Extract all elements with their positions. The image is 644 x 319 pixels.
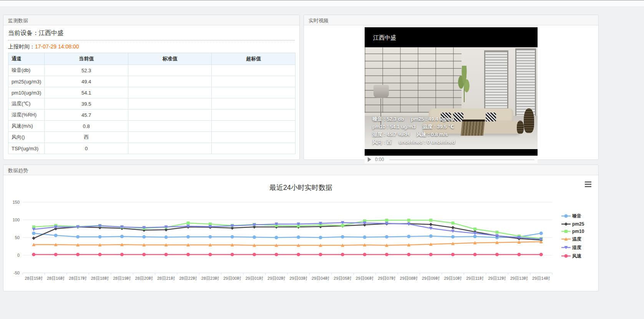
cell-value [128, 65, 212, 76]
svg-text:28日19时: 28日19时 [113, 276, 131, 281]
svg-text:28日17时: 28日17时 [69, 276, 86, 281]
chart-menu-icon[interactable] [585, 181, 591, 188]
legend-marker-icon [561, 254, 571, 258]
svg-text:29日08时: 29日08时 [400, 276, 418, 281]
cell-value: 45.7 [45, 110, 128, 121]
cell-value: 49.4 [45, 76, 128, 87]
table-row: pm25(ug/m3)49.4 [8, 76, 295, 87]
cell-value [128, 132, 212, 143]
legend-label: pm10 [572, 229, 584, 234]
cell-channel: 湿度(%RH) [8, 110, 45, 121]
video-panel-title: 实时视频 [304, 15, 598, 25]
cell-value [212, 132, 295, 143]
video-controls: 0:00 [365, 156, 538, 163]
table-row: 风向()西 [8, 132, 295, 143]
cell-value: 52.3 [45, 65, 128, 76]
current-device-label: 当前设备：江西中盛 [8, 29, 295, 40]
legend-marker-icon [561, 222, 571, 226]
cell-value [212, 87, 295, 98]
vase [517, 121, 524, 134]
table-row: TSP(ug/m3)0 [8, 143, 295, 154]
legend-marker-icon [561, 214, 571, 218]
table-row: 温度(℃)39.5 [8, 98, 295, 110]
svg-text:29日03时: 29日03时 [289, 276, 307, 281]
window-blinds [484, 50, 508, 118]
monitor-panel-title: 监测数据 [3, 15, 299, 25]
legend-marker-icon [561, 245, 571, 250]
svg-text:-50: -50 [13, 271, 20, 275]
report-time-label: 上报时间： [8, 43, 35, 50]
video-frame: 噪音 : 52.3 db pm25 : 49.4 ug/m3 pm10 : 54… [365, 47, 538, 149]
chart-title: 最近24小时实时数据 [3, 183, 598, 192]
legend-item-温度[interactable]: 温度 [561, 236, 594, 243]
report-time-value: 17-07-29 14:08:00 [35, 43, 79, 50]
cell-channel: pm25(ug/m3) [8, 76, 45, 87]
cell-value [212, 143, 295, 154]
legend-item-pm25[interactable]: pm25 [561, 221, 594, 227]
brick-wall [365, 47, 461, 113]
svg-text:28日16时: 28日16时 [47, 276, 65, 281]
coffee-table [461, 120, 485, 136]
header-exceed: 超标值 [212, 53, 295, 65]
cell-value [212, 65, 295, 76]
cell-value [128, 87, 212, 98]
svg-text:28日20时: 28日20时 [135, 276, 153, 281]
cell-value [128, 143, 212, 154]
legend-label: 湿度 [572, 244, 581, 251]
svg-text:29日01时: 29日01时 [246, 276, 263, 281]
cell-value [212, 110, 295, 121]
cell-value: 0.8 [45, 121, 128, 132]
svg-text:29日13时: 29日13时 [510, 276, 528, 281]
chart-legend: 噪音pm25pm10温度湿度风速 [561, 213, 594, 259]
svg-text:0: 0 [17, 253, 20, 258]
floor-lamp [373, 85, 389, 98]
svg-text:29日14时: 29日14时 [532, 276, 550, 281]
monitor-table-body: 噪音(db)52.3pm25(ug/m3)49.4pm10(ug/m3)54.1… [8, 65, 295, 154]
cell-value: 0 [45, 143, 128, 154]
cell-value [128, 76, 212, 87]
cell-value [212, 76, 295, 87]
svg-text:29日02时: 29日02时 [267, 276, 285, 281]
legend-marker-icon [561, 237, 571, 241]
legend-item-噪音[interactable]: 噪音 [561, 213, 594, 219]
sensor-overlay-text: 噪音 : 52.3 db pm25 : 49.4 ug/m3 pm10 : 54… [372, 115, 455, 146]
cell-value: 39.5 [45, 98, 128, 110]
cell-value [128, 98, 212, 110]
play-icon[interactable] [368, 157, 371, 162]
cushion [486, 113, 496, 122]
monitor-table-header-row: 通道 当前值 标准值 超标值 [8, 53, 295, 65]
legend-item-风速[interactable]: 风速 [561, 253, 594, 259]
svg-text:29日11时: 29日11时 [466, 276, 484, 281]
chart-container: 最近24小时实时数据 150100500-5028日15时28日16时28日17… [3, 175, 598, 284]
svg-text:28日22时: 28日22时 [179, 276, 197, 281]
cell-channel: 温度(℃) [8, 98, 45, 110]
legend-label: 噪音 [572, 213, 581, 219]
video-time: 0:00 [375, 157, 384, 162]
cell-value: 西 [45, 132, 128, 143]
legend-marker-icon [561, 229, 571, 234]
cell-value [212, 98, 295, 110]
vase [524, 108, 534, 133]
svg-text:29日05时: 29日05时 [334, 276, 351, 281]
legend-label: 风速 [572, 253, 581, 259]
legend-item-pm10[interactable]: pm10 [561, 229, 594, 234]
cell-channel: 风向() [8, 132, 45, 143]
svg-text:29日00时: 29日00时 [223, 276, 241, 281]
svg-text:29日07时: 29日07时 [378, 276, 395, 281]
cell-value: 54.1 [45, 87, 128, 98]
table-row: 湿度(%RH)45.7 [8, 110, 295, 121]
live-video-panel: 实时视频 江西中盛 噪音 : 52.3 db pm25 : 49 [304, 15, 599, 160]
video-progress-bar[interactable] [389, 159, 534, 160]
svg-text:29日12时: 29日12时 [488, 276, 506, 281]
report-time-line: 上报时间：17-07-29 14:08:00 [8, 43, 295, 50]
legend-item-湿度[interactable]: 湿度 [561, 244, 594, 251]
cell-channel: 风速(m/s) [8, 121, 45, 132]
legend-label: pm25 [572, 221, 584, 227]
svg-text:28日21时: 28日21时 [157, 276, 175, 281]
cell-value [128, 110, 212, 121]
cell-value [212, 121, 295, 132]
cell-channel: pm10(ug/m3) [8, 87, 45, 98]
svg-text:29日09时: 29日09时 [422, 276, 440, 281]
video-player[interactable]: 江西中盛 噪音 : 52.3 db pm25 : 49.4 ug/m3 pm10… [365, 27, 538, 156]
table-row: 噪音(db)52.3 [8, 65, 295, 76]
